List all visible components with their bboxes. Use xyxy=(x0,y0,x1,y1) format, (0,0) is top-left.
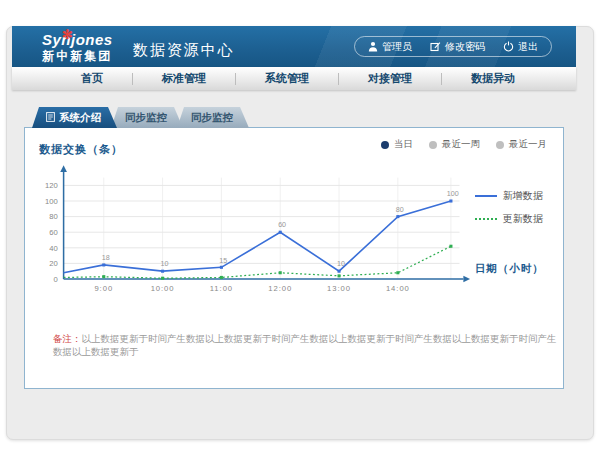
tab-label: 同步监控 xyxy=(191,111,233,125)
tab-label: 系统介绍 xyxy=(59,111,101,125)
change-password-label: 修改密码 xyxy=(445,40,485,54)
tab-system-intro[interactable]: 系统介绍 xyxy=(32,107,117,128)
radio-dot-icon xyxy=(496,141,504,149)
change-password-button[interactable]: 修改密码 xyxy=(421,40,494,54)
svg-text:120: 120 xyxy=(45,181,58,190)
svg-text:15: 15 xyxy=(219,257,227,265)
svg-text:10: 10 xyxy=(161,260,169,268)
svg-text:0: 0 xyxy=(54,275,58,284)
power-icon xyxy=(503,41,514,52)
radio-last-week[interactable]: 最近一周 xyxy=(429,138,480,151)
logout-button[interactable]: 退出 xyxy=(494,40,547,54)
svg-text:100: 100 xyxy=(45,197,58,206)
svg-text:80: 80 xyxy=(396,206,404,214)
time-range-group: 当日 最近一周 最近一月 xyxy=(381,138,547,151)
chart-legend: 新增数据 更新数据 日期（小时） xyxy=(475,159,559,311)
logo-star-icon: ✻ xyxy=(62,28,73,41)
footnote-label: 备注： xyxy=(53,333,82,344)
radio-today[interactable]: 当日 xyxy=(381,138,413,151)
svg-text:10: 10 xyxy=(337,260,345,268)
footnote-text: 以上数据更新于时间产生数据以上数据更新于时间产生数据以上数据更新于时间产生数据以… xyxy=(53,333,557,357)
svg-text:80: 80 xyxy=(49,212,57,221)
radio-last-week-label: 最近一周 xyxy=(442,138,480,151)
tab-label: 同步监控 xyxy=(125,111,167,125)
tab-sync-monitor-2[interactable]: 同步监控 xyxy=(177,107,249,128)
svg-text:60: 60 xyxy=(278,221,286,229)
main-nav: 首页 标准管理 系统管理 对接管理 数据异动 xyxy=(12,67,576,90)
blue-line-sample-icon xyxy=(475,195,497,197)
edit-icon xyxy=(430,41,441,52)
nav-item-home[interactable]: 首页 xyxy=(52,71,132,86)
radio-dot-icon xyxy=(429,141,437,149)
svg-text:100: 100 xyxy=(447,190,459,198)
legend-item-update-data[interactable]: 更新数据 xyxy=(475,212,559,226)
x-axis-title: 日期（小时） xyxy=(475,262,559,276)
legend-label: 更新数据 xyxy=(503,212,543,226)
page-title: 数据资源中心 xyxy=(133,41,235,60)
nav-item-system-mgmt[interactable]: 系统管理 xyxy=(236,71,338,86)
nav-item-data-change[interactable]: 数据异动 xyxy=(442,71,544,86)
svg-text:10:00: 10:00 xyxy=(151,284,175,293)
svg-text:18: 18 xyxy=(102,254,110,262)
content-panel: 当日 最近一周 最近一月 数据交换（条） 0204060801001209:00… xyxy=(24,127,564,389)
user-icon xyxy=(368,41,378,52)
footnote: 备注：以上数据更新于时间产生数据以上数据更新于时间产生数据以上数据更新于时间产生… xyxy=(53,333,563,359)
chart-area: 0204060801001209:0010:0011:0012:0013:001… xyxy=(33,159,559,311)
svg-text:60: 60 xyxy=(49,228,57,237)
green-dotted-sample-icon xyxy=(475,218,497,220)
svg-text:40: 40 xyxy=(49,244,57,253)
svg-text:14:00: 14:00 xyxy=(386,284,410,293)
tab-bar: 系统介绍 同步监控 同步监控 xyxy=(12,107,576,128)
logout-label: 退出 xyxy=(518,40,538,54)
exchange-line-chart: 0204060801001209:0010:0011:0012:0013:001… xyxy=(33,159,475,311)
document-icon xyxy=(46,112,55,124)
svg-text:12:00: 12:00 xyxy=(268,284,292,293)
brand-logo-cn: 新中新集团 xyxy=(42,50,113,62)
radio-today-label: 当日 xyxy=(394,138,413,151)
svg-text:9:00: 9:00 xyxy=(94,284,113,293)
radio-last-month-label: 最近一月 xyxy=(509,138,547,151)
svg-text:11:00: 11:00 xyxy=(210,284,233,293)
current-user-button[interactable]: 管理员 xyxy=(359,40,421,54)
legend-item-new-data[interactable]: 新增数据 xyxy=(475,189,559,203)
current-user-label: 管理员 xyxy=(382,40,412,54)
app: Synjones ✻ 新中新集团 数据资源中心 管理员 修改密码 xyxy=(12,26,576,389)
tab-sync-monitor-1[interactable]: 同步监控 xyxy=(111,107,183,128)
nav-item-connect-mgmt[interactable]: 对接管理 xyxy=(339,71,441,86)
radio-dot-selected-icon xyxy=(381,141,389,149)
brand-logo-en: Synjones xyxy=(42,32,113,47)
app-header: Synjones ✻ 新中新集团 数据资源中心 管理员 修改密码 xyxy=(12,26,576,67)
svg-text:20: 20 xyxy=(49,259,57,268)
radio-last-month[interactable]: 最近一月 xyxy=(496,138,547,151)
user-toolbar: 管理员 修改密码 退出 xyxy=(354,36,552,57)
nav-item-standard-mgmt[interactable]: 标准管理 xyxy=(133,71,235,86)
svg-text:13:00: 13:00 xyxy=(327,284,351,293)
legend-label: 新增数据 xyxy=(503,189,543,203)
brand-logo: Synjones ✻ 新中新集团 xyxy=(42,32,113,62)
